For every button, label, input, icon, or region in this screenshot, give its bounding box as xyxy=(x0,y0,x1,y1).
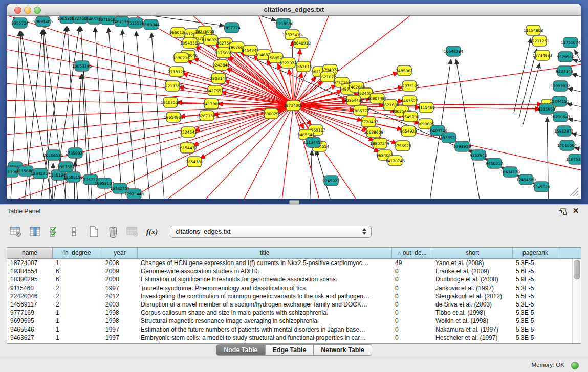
network-canvas[interactable]: 9660124891295418226058982750910543362818… xyxy=(7,16,581,199)
graph-node[interactable]: 12211251 xyxy=(530,36,549,46)
delete-column-button[interactable] xyxy=(104,223,122,240)
close-panel-icon[interactable]: ✕ xyxy=(572,207,580,215)
graph-node[interactable]: 18807249 xyxy=(370,138,389,148)
tab-node-table[interactable]: Node Table xyxy=(216,344,265,356)
table-row[interactable]: 977716911998Corpus callosum shape and si… xyxy=(7,309,573,317)
graph-node[interactable]: 9245022 xyxy=(322,176,340,186)
table-row[interactable]: 1872400712008Changes of HCN gene express… xyxy=(7,259,573,267)
graph-node[interactable]: 18107554 xyxy=(161,97,180,107)
graph-node[interactable]: 8938521 xyxy=(440,133,458,143)
column-header-out_de[interactable]: △out_de... xyxy=(392,248,432,258)
graph-node[interactable]: 17359924 xyxy=(66,148,85,158)
graph-node[interactable]: 9115460 xyxy=(418,102,435,113)
graph-node[interactable]: 10688609 xyxy=(364,127,383,137)
table-options-button[interactable] xyxy=(7,223,25,240)
graph-node[interactable]: 12923448 xyxy=(124,189,144,199)
graph-node[interactable]: 8267130 xyxy=(198,111,215,121)
network-window[interactable]: citations_edges.txt 96601248912954182260… xyxy=(7,4,581,199)
graph-node[interactable]: 9549796 xyxy=(402,112,419,122)
graph-node[interactable]: 7957224 xyxy=(223,23,241,33)
graph-node[interactable]: 12494580 xyxy=(516,174,536,185)
graph-node[interactable]: 12975125 xyxy=(400,81,419,91)
graph-node[interactable]: 7485063 xyxy=(396,65,413,76)
show-columns-button[interactable] xyxy=(27,223,44,240)
split-pane-handle[interactable] xyxy=(289,200,299,204)
graph-node[interactable]: 20206536 xyxy=(43,150,63,160)
graph-node[interactable]: 18300295 xyxy=(262,108,281,119)
graph-node[interactable]: 8215953 xyxy=(538,104,555,114)
graph-node[interactable]: 9227343 xyxy=(556,66,573,76)
graph-node[interactable]: 8322037 xyxy=(279,58,297,68)
graph-node[interactable]: 20053346 xyxy=(72,61,92,71)
graph-node[interactable]: 19218586 xyxy=(274,18,293,29)
graph-node[interactable]: 11675310 xyxy=(566,154,581,164)
graph-node[interactable]: 12213363 xyxy=(163,81,182,91)
tab-edge-table[interactable]: Edge Table xyxy=(266,344,314,356)
table-row[interactable]: 946362711997Embryonic stem cells: a mode… xyxy=(7,334,573,342)
table-row[interactable]: 1830029562008Estimation of significance … xyxy=(7,275,573,283)
resize-grip-icon[interactable] xyxy=(568,186,579,197)
graph-node[interactable]: 7515526 xyxy=(127,18,144,28)
vertical-scrollbar[interactable] xyxy=(572,259,581,343)
graph-node[interactable]: 19734933 xyxy=(533,50,552,60)
graph-node[interactable]: 9756928 xyxy=(394,141,411,151)
graph-node[interactable]: 9397587 xyxy=(57,162,75,172)
column-header-pagerank[interactable]: pagerank xyxy=(513,248,558,258)
graph-node[interactable]: 16154437 xyxy=(178,143,197,153)
graph-node[interactable]: 15751074 xyxy=(561,37,580,48)
graph-node[interactable]: 9245020 xyxy=(533,182,550,192)
graph-node[interactable]: 12342757 xyxy=(31,168,50,179)
graph-node[interactable]: 16648784 xyxy=(444,46,463,56)
graph-node[interactable]: 9242848 xyxy=(212,60,230,70)
graph-node[interactable]: 6793917 xyxy=(453,141,471,151)
graph-node[interactable]: 9450212 xyxy=(486,158,503,168)
column-header-short[interactable]: short xyxy=(432,248,513,258)
graph-node[interactable]: 9417006 xyxy=(203,99,220,109)
graph-node[interactable]: 11154808 xyxy=(524,25,543,35)
table-row[interactable]: 2242004622012Investigating the contribut… xyxy=(7,292,573,300)
graph-node[interactable]: 8427552 xyxy=(206,85,224,96)
column-header-year[interactable]: year xyxy=(102,248,138,258)
graph-node[interactable]: 12093832 xyxy=(551,81,570,91)
graph-node[interactable]: 2803144 xyxy=(210,73,227,83)
scrollbar-thumb[interactable] xyxy=(574,260,580,279)
table-row[interactable]: 1938455462009Genome-wide association stu… xyxy=(7,267,573,275)
table-selector[interactable]: citations_edges.txt xyxy=(170,226,372,238)
column-header-name[interactable]: name xyxy=(7,248,53,258)
graph-node[interactable]: 9329966 xyxy=(557,52,574,62)
graph-node[interactable]: 19654963 xyxy=(164,112,183,122)
graph-node[interactable]: 17016504 xyxy=(557,140,577,150)
graph-node[interactable]: 9654923 xyxy=(400,126,417,136)
graph-node[interactable]: 7986372 xyxy=(352,105,369,116)
table-row[interactable]: 946554611997Estimation of the future num… xyxy=(7,325,573,334)
graph-node[interactable]: 1862615 xyxy=(295,61,312,72)
table-row[interactable]: 1456911722003Disruption of a novel membe… xyxy=(7,300,573,309)
select-all-columns-button[interactable] xyxy=(46,223,63,240)
function-builder-button[interactable]: f(x) xyxy=(143,223,161,240)
graph-node[interactable]: 9463627 xyxy=(401,96,418,106)
graph-node[interactable]: 20364436 xyxy=(344,95,363,105)
graph-node[interactable]: 18640910 xyxy=(291,38,311,48)
float-panel-icon[interactable] xyxy=(559,208,565,214)
graph-node[interactable]: 8183044 xyxy=(142,19,160,30)
unselect-all-columns-button[interactable] xyxy=(66,223,83,240)
graph-node[interactable]: 20691406 xyxy=(33,16,53,27)
graph-node[interactable]: 13505150 xyxy=(63,172,83,182)
graph-node[interactable]: 14120746 xyxy=(385,156,405,166)
graph-node[interactable]: 15932971 xyxy=(554,126,574,136)
table-row[interactable]: 911546021997Tourette syndrome. Phenomeno… xyxy=(7,284,573,292)
column-header-in_degree[interactable]: in_degree xyxy=(53,248,102,258)
graph-node[interactable]: 2718126 xyxy=(168,67,185,77)
graph-node[interactable]: 15134457 xyxy=(303,137,323,147)
graph-node[interactable]: 16210643 xyxy=(551,112,570,122)
graph-node[interactable]: 7524542 xyxy=(180,127,197,137)
window-titlebar[interactable]: citations_edges.txt xyxy=(7,4,581,16)
column-header-title[interactable]: title xyxy=(138,248,392,258)
graph-node[interactable]: 7654381 xyxy=(186,157,203,167)
graph-node[interactable]: 18724007 xyxy=(284,100,303,111)
graph-node[interactable]: 15720407 xyxy=(359,117,378,127)
create-column-button[interactable] xyxy=(85,223,102,240)
graph-node[interactable]: 9262940 xyxy=(470,150,487,160)
graph-node[interactable]: 9355724 xyxy=(11,18,29,28)
delete-table-button[interactable] xyxy=(124,223,141,240)
